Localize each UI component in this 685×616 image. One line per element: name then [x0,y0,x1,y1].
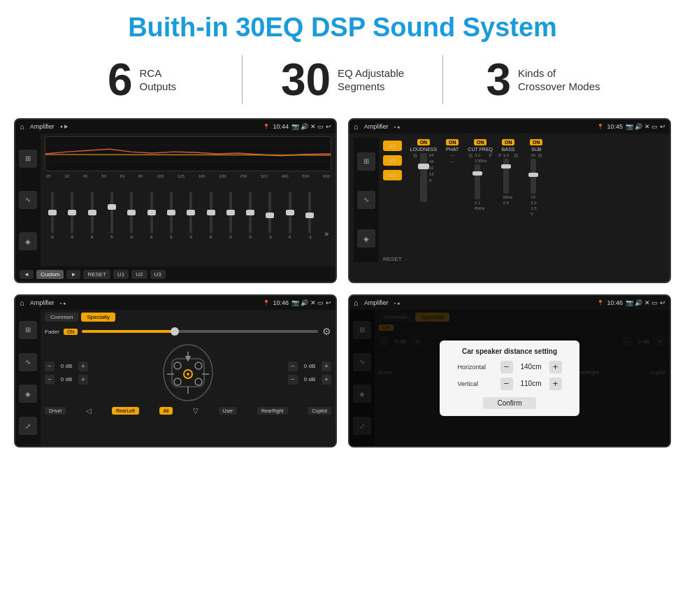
driver-btn[interactable]: Driver [45,407,66,415]
expand-icon[interactable]: » [323,229,330,239]
eq-slider-4[interactable]: 0 [125,192,138,239]
time-bottom-left: 10:46 [273,299,289,306]
eq-slider-12[interactable]: 0 [284,192,296,239]
plus-btn-0[interactable]: + [78,361,88,371]
tab-specialty[interactable]: Specialty [81,313,115,322]
minus-btn-2[interactable]: − [288,361,298,371]
eq-slider-13[interactable]: -1 [303,192,316,239]
horizontal-minus[interactable]: − [500,361,513,373]
rearleft-btn[interactable]: RearLeft [112,407,139,415]
phat-on[interactable]: ON [446,139,459,145]
cross-db-row-0: − 0 dB + [45,361,88,371]
stats-row: 6 RCA Outputs 30 EQ Adjustable Segments … [0,50,685,114]
bass-on[interactable]: ON [502,139,515,145]
cross-wave-btn[interactable]: ∿ [19,353,37,371]
cross-tabs: Common Specialty [45,313,331,322]
vertical-plus[interactable]: + [549,378,562,390]
reset-label[interactable]: RESET [383,252,402,262]
eq-slider-1[interactable]: 0 [66,192,78,239]
loudness-label: LOUDNESS [410,147,438,152]
minus-btn-3[interactable]: − [288,375,298,385]
home-icon-4[interactable]: ⌂ [354,299,359,307]
status-icons-3: 📷 🔊 ✕ ▭ ↩ [291,299,331,306]
plus-btn-3[interactable]: + [322,375,331,385]
left-arrow-icon[interactable]: ◁ [86,407,92,415]
eq-slider-6[interactable]: 0 [165,192,178,239]
eq-slider-3[interactable]: 5 [106,192,118,239]
horizontal-plus[interactable]: + [549,361,562,373]
eq-slider-10[interactable]: 0 [244,192,257,239]
eq-slider-8[interactable]: 0 [205,192,217,239]
eq-slider-2[interactable]: 0 [86,192,99,239]
all-btn[interactable]: All [159,407,173,415]
reset-btn[interactable]: RESET [83,270,110,279]
play-btn[interactable]: ► [66,270,80,279]
copilot-btn[interactable]: Copilot [308,407,331,415]
vertical-minus[interactable]: − [500,378,513,390]
db-val-0: 0 dB [57,363,76,369]
eq-slider-0[interactable]: 0 [46,192,59,239]
cross-left-controls: − 0 dB + − 0 dB + [45,361,88,385]
cross-filter-btn[interactable]: ⊞ [19,321,37,339]
amp-wave-btn[interactable]: ∿ [357,191,375,209]
settings-icon[interactable]: ⚙ [322,326,331,337]
eq-wave-btn[interactable]: ∿ [19,191,37,209]
screen-crossover: ⌂ Amplifier ▪ ● 📍 10:46 📷 🔊 ✕ ▭ ↩ ⊞ ∿ ◈ … [14,294,337,447]
eq-slider-5[interactable]: 0 [145,192,158,239]
cutfreq-label: CUT FREQ [468,147,493,152]
loudness-on[interactable]: ON [417,139,431,145]
svg-point-5 [174,362,181,369]
svg-point-8 [195,378,202,385]
band-cutfreq: ON CUT FREQ G 3.0100Hz 2.1 80kHz F [468,139,493,262]
u1-btn[interactable]: U1 [113,270,129,279]
loudness-slider[interactable] [420,153,427,202]
cutfreq-on[interactable]: ON [474,139,487,145]
prev-btn[interactable]: ◄ [20,270,34,279]
statusbar-top-left: ⌂ Amplifier ● ▶ 📍 10:44 📷 🔊 ✕ ▭ ↩ [15,120,336,134]
custom-btn[interactable]: Custom [36,270,64,279]
amp-vol-btn[interactable]: ◈ [357,229,375,248]
down-arrow-icon[interactable]: ▽ [193,407,199,415]
db-val-2: 0 dB [300,363,319,369]
cross-expand-btn[interactable]: ⤢ [19,417,37,435]
home-icon[interactable]: ⌂ [20,122,24,131]
home-icon-2[interactable]: ⌂ [354,122,359,131]
eq-slider-9[interactable]: 0 [224,192,237,239]
preset-u3[interactable]: U3 [383,170,402,180]
dialog-overlay: Car speaker distance setting Horizontal … [349,310,670,446]
eq-content: ⊞ ∿ ◈ 2 [15,134,336,266]
sub-on[interactable]: ON [530,139,543,145]
horizontal-value: 140cm [517,363,545,371]
dialog-content: ⊞ ∿ ◈ ⤢ Common Specialty ON − 0 dB [349,310,670,446]
user-btn[interactable]: User [219,407,238,415]
u2-btn[interactable]: U2 [131,270,147,279]
confirm-button[interactable]: Confirm [483,397,535,409]
eq-vol-btn[interactable]: ◈ [19,232,37,250]
minus-btn-0[interactable]: − [45,361,55,371]
fader-on-btn[interactable]: ON [64,329,78,335]
tab-common[interactable]: Common [45,313,78,322]
stat-eq: 30 EQ Adjustable Segments [243,57,442,102]
eq-slider-11[interactable]: -1 [264,192,276,239]
stat-number-crossover: 3 [486,57,511,102]
eq-filter-btn[interactable]: ⊞ [19,150,37,168]
minus-btn-1[interactable]: − [45,375,55,385]
screens-grid: ⌂ Amplifier ● ▶ 📍 10:44 📷 🔊 ✕ ▭ ↩ ⊞ ∿ ◈ [0,114,685,454]
cross-vol-btn[interactable]: ◈ [19,385,37,403]
plus-btn-1[interactable]: + [78,375,88,385]
plus-btn-2[interactable]: + [322,361,331,371]
rearright-btn[interactable]: RearRight [257,407,288,415]
eq-sliders-area: 0 0 0 5 0 [45,180,331,239]
eq-slider-7[interactable]: 0 [185,192,197,239]
amp-filter-btn[interactable]: ⊞ [357,152,375,171]
preset-u2[interactable]: U2 [383,155,402,166]
screen-amp-bands: ⌂ Amplifier ▪ ● 📍 10:45 📷 🔊 ✕ ▭ ↩ ⊞ ∿ ◈ … [348,118,671,283]
fader-track[interactable] [82,330,318,333]
home-icon-3[interactable]: ⌂ [20,299,24,307]
vertical-label: Vertical [458,380,496,387]
screen-dialog: ⌂ Amplifier ▪ ● 📍 10:46 📷 🔊 ✕ ▭ ↩ ⊞ ∿ ◈ … [348,294,671,447]
stat-number-rca: 6 [108,57,133,102]
preset-u1[interactable]: U1 [383,141,402,151]
u3-btn[interactable]: U3 [150,270,166,279]
svg-point-10 [187,373,189,375]
